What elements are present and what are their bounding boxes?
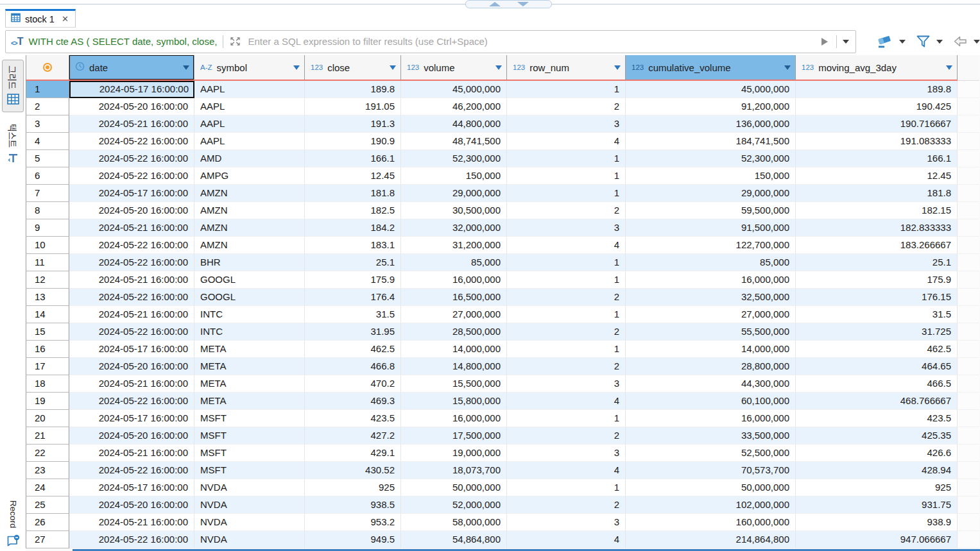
cell-moving_avg_3day[interactable]: 175.9 [796, 271, 958, 289]
cell-symbol[interactable]: INTC [194, 306, 305, 323]
clear-filter-dropdown-icon[interactable] [899, 40, 906, 44]
cell-close[interactable]: 189.8 [305, 81, 401, 98]
cell-row_num[interactable]: 4 [507, 237, 626, 254]
cell-cumulative_volume[interactable]: 102,000,000 [626, 496, 796, 514]
row-number-cell[interactable]: 7 [26, 185, 69, 202]
cell-volume[interactable]: 18,073,700 [401, 462, 507, 479]
filter-input-box[interactable]: <> T WITH cte AS ( SELECT date, symbol, … [5, 30, 856, 53]
row-number-cell[interactable]: 16 [26, 341, 69, 358]
cell-moving_avg_3day[interactable]: 31.725 [796, 323, 958, 341]
row-number-cell[interactable]: 17 [26, 358, 69, 375]
cell-cumulative_volume[interactable]: 50,000,000 [626, 479, 796, 496]
cell-symbol[interactable]: AMZN [194, 202, 305, 219]
cell-close[interactable]: 182.5 [305, 202, 401, 219]
cell-symbol[interactable]: NVDA [194, 531, 305, 548]
column-header-cumulative_volume[interactable]: 123cumulative_volume [626, 55, 796, 81]
cell-close[interactable]: 430.52 [305, 462, 401, 479]
row-number-cell[interactable]: 25 [26, 496, 69, 514]
cell-symbol[interactable]: AAPL [194, 81, 305, 98]
cell-cumulative_volume[interactable]: 27,000,000 [626, 306, 796, 323]
cell-close[interactable]: 469.3 [305, 393, 401, 410]
row-number-cell[interactable]: 3 [26, 115, 69, 133]
cell-row_num[interactable]: 1 [507, 254, 626, 271]
cell-volume[interactable]: 52,300,000 [401, 150, 507, 167]
row-number-cell[interactable]: 24 [26, 479, 69, 496]
cell-volume[interactable]: 48,741,500 [401, 133, 507, 150]
record-mode-control[interactable]: Record [6, 500, 21, 550]
cell-date[interactable]: 2024-05-17 16:00:00 [69, 479, 194, 496]
cell-moving_avg_3day[interactable]: 947.066667 [796, 531, 958, 548]
cell-row_num[interactable]: 2 [507, 202, 626, 219]
cell-row_num[interactable]: 4 [507, 393, 626, 410]
cell-row_num[interactable]: 3 [507, 445, 626, 462]
cell-volume[interactable]: 29,000,000 [401, 185, 507, 202]
column-dropdown-icon[interactable] [784, 65, 791, 70]
cell-row_num[interactable]: 1 [507, 306, 626, 323]
cell-date[interactable]: 2024-05-17 16:00:00 [69, 81, 194, 98]
cell-close[interactable]: 949.5 [305, 531, 401, 548]
row-number-cell[interactable]: 15 [26, 323, 69, 341]
cell-moving_avg_3day[interactable]: 189.8 [796, 81, 958, 98]
cell-volume[interactable]: 50,000,000 [401, 479, 507, 496]
cell-row_num[interactable]: 3 [507, 219, 626, 237]
cell-volume[interactable]: 54,864,800 [401, 531, 507, 548]
row-number-cell[interactable]: 9 [26, 219, 69, 237]
cell-volume[interactable]: 58,000,000 [401, 514, 507, 531]
cell-date[interactable]: 2024-05-17 16:00:00 [69, 185, 194, 202]
cell-date[interactable]: 2024-05-22 16:00:00 [69, 531, 194, 548]
cell-close[interactable]: 31.95 [305, 323, 401, 341]
cell-close[interactable]: 466.8 [305, 358, 401, 375]
column-header-close[interactable]: 123close [305, 55, 401, 81]
column-header-symbol[interactable]: A-Zsymbol [194, 55, 305, 81]
cell-moving_avg_3day[interactable]: 426.6 [796, 445, 958, 462]
cell-date[interactable]: 2024-05-22 16:00:00 [69, 237, 194, 254]
cell-cumulative_volume[interactable]: 52,500,000 [626, 445, 796, 462]
cell-close[interactable]: 184.2 [305, 219, 401, 237]
row-number-cell[interactable]: 27 [26, 531, 69, 548]
cell-volume[interactable]: 16,000,000 [401, 271, 507, 289]
cell-cumulative_volume[interactable]: 52,300,000 [626, 150, 796, 167]
cell-date[interactable]: 2024-05-20 16:00:00 [69, 496, 194, 514]
cell-symbol[interactable]: META [194, 375, 305, 393]
cell-volume[interactable]: 44,800,000 [401, 115, 507, 133]
row-number-cell[interactable]: 13 [26, 289, 69, 306]
collapse-down-icon[interactable] [517, 2, 529, 6]
row-number-cell[interactable]: 2 [26, 98, 69, 115]
row-number-cell[interactable]: 20 [26, 410, 69, 427]
cell-moving_avg_3day[interactable]: 166.1 [796, 150, 958, 167]
cell-close[interactable]: 166.1 [305, 150, 401, 167]
cell-volume[interactable]: 32,000,000 [401, 219, 507, 237]
cell-date[interactable]: 2024-05-17 16:00:00 [69, 341, 194, 358]
cell-close[interactable]: 191.3 [305, 115, 401, 133]
cell-date[interactable]: 2024-05-21 16:00:00 [69, 115, 194, 133]
cell-date[interactable]: 2024-05-22 16:00:00 [69, 254, 194, 271]
filter-input-placeholder[interactable]: Enter a SQL expression to filter results… [248, 36, 819, 47]
cell-cumulative_volume[interactable]: 59,500,000 [626, 202, 796, 219]
column-header-volume[interactable]: 123volume [401, 55, 507, 81]
cell-moving_avg_3day[interactable]: 425.35 [796, 427, 958, 445]
cell-row_num[interactable]: 1 [507, 479, 626, 496]
cell-symbol[interactable]: GOOGL [194, 271, 305, 289]
row-number-column-header[interactable] [26, 55, 69, 81]
row-number-cell[interactable]: 12 [26, 271, 69, 289]
cell-moving_avg_3day[interactable]: 190.425 [796, 98, 958, 115]
row-number-cell[interactable]: 26 [26, 514, 69, 531]
cell-symbol[interactable]: INTC [194, 323, 305, 341]
row-number-cell[interactable]: 21 [26, 427, 69, 445]
cell-volume[interactable]: 45,000,000 [401, 81, 507, 98]
cell-cumulative_volume[interactable]: 70,573,700 [626, 462, 796, 479]
cell-close[interactable]: 938.5 [305, 496, 401, 514]
cell-cumulative_volume[interactable]: 16,000,000 [626, 271, 796, 289]
cell-moving_avg_3day[interactable]: 428.94 [796, 462, 958, 479]
cell-date[interactable]: 2024-05-22 16:00:00 [69, 393, 194, 410]
cell-row_num[interactable]: 1 [507, 341, 626, 358]
cell-date[interactable]: 2024-05-21 16:00:00 [69, 271, 194, 289]
cell-volume[interactable]: 15,500,000 [401, 375, 507, 393]
row-number-cell[interactable]: 6 [26, 167, 69, 185]
result-grid[interactable]: dateA-Zsymbol123close123volume123row_num… [26, 55, 980, 551]
filter-funnel-icon[interactable] [916, 35, 931, 48]
cell-cumulative_volume[interactable]: 33,500,000 [626, 427, 796, 445]
cell-row_num[interactable]: 2 [507, 496, 626, 514]
cell-cumulative_volume[interactable]: 44,300,000 [626, 375, 796, 393]
cell-symbol[interactable]: AAPL [194, 98, 305, 115]
